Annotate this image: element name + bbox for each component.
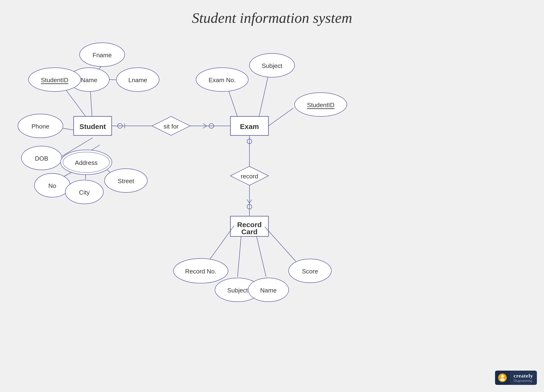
line-exam-studentid2 bbox=[268, 108, 293, 126]
label-no: No bbox=[48, 182, 56, 189]
creately-name: creately bbox=[514, 373, 533, 379]
label-score: Score bbox=[302, 268, 318, 275]
line-rc-score bbox=[265, 227, 296, 261]
label-studentid2: StudentID bbox=[307, 101, 334, 109]
creately-badge: creately Diagramming bbox=[495, 371, 537, 385]
label-recordcard-2: Card bbox=[241, 228, 258, 236]
line-rc-subject2 bbox=[237, 236, 241, 277]
label-exam: Exam bbox=[240, 123, 259, 131]
label-student: Student bbox=[79, 123, 106, 131]
creately-text-area: creately Diagramming bbox=[510, 371, 537, 385]
label-studentid1: StudentID bbox=[41, 77, 68, 84]
label-recordcard-1: Record bbox=[237, 221, 261, 229]
label-recordno: Record No. bbox=[185, 268, 216, 275]
label-dob: DOB bbox=[35, 155, 48, 162]
canvas: Student information system sit for bbox=[0, 0, 544, 392]
svg-point-1 bbox=[501, 375, 504, 378]
label-sitfor: sit for bbox=[163, 123, 179, 130]
label-record: record bbox=[241, 173, 258, 180]
creately-logo-icon bbox=[495, 371, 510, 385]
label-phone: Phone bbox=[31, 123, 49, 130]
svg-rect-2 bbox=[500, 379, 505, 381]
label-street: Street bbox=[118, 178, 134, 184]
label-city: City bbox=[79, 189, 90, 196]
label-subject2: Subject bbox=[227, 287, 248, 294]
label-address: Address bbox=[75, 159, 97, 166]
line-rc-name2 bbox=[257, 236, 266, 277]
label-name: Name bbox=[81, 77, 97, 84]
label-fname: Fname bbox=[93, 52, 112, 59]
er-diagram: sit for Exam record Record Card bbox=[0, 0, 544, 392]
line-exam-examno bbox=[228, 89, 237, 117]
line-rc-recordno bbox=[207, 226, 234, 264]
label-subject1: Subject bbox=[262, 62, 283, 69]
label-lname: Lname bbox=[128, 77, 147, 84]
creately-sub: Diagramming bbox=[514, 379, 533, 383]
label-name2: Name bbox=[260, 287, 277, 294]
line-exam-subject bbox=[259, 75, 268, 117]
label-examno: Exam No. bbox=[209, 77, 236, 84]
